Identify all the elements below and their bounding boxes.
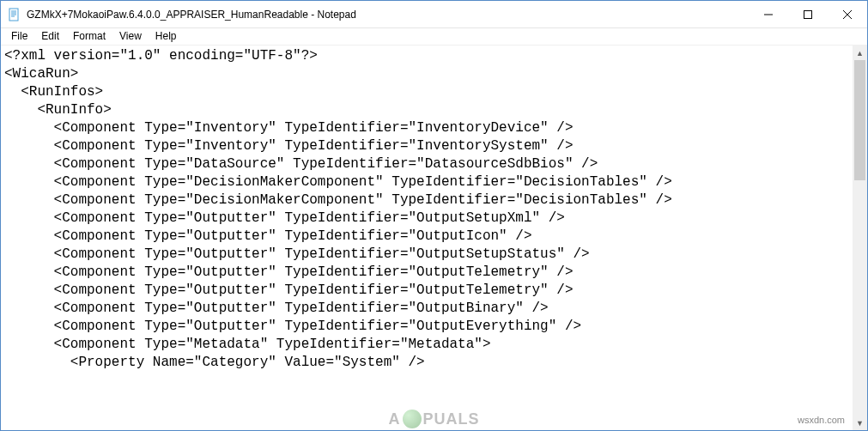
text-editor[interactable]: <?xml version="1.0" encoding="UTF-8"?> <…: [1, 46, 853, 430]
scroll-track[interactable]: [853, 60, 867, 416]
titlebar: GZMkX+7MokaoiPaw.6.4.0.0_APPRAISER_Human…: [1, 1, 867, 28]
close-button[interactable]: [828, 1, 867, 27]
vertical-scrollbar[interactable]: ▲ ▼: [853, 46, 867, 430]
menu-format[interactable]: Format: [66, 29, 112, 43]
menu-view[interactable]: View: [112, 29, 149, 43]
menu-file[interactable]: File: [4, 29, 34, 43]
globe-icon: [402, 410, 421, 428]
maximize-button[interactable]: [788, 1, 828, 27]
watermark-center: A PUALS: [388, 410, 479, 428]
menu-edit[interactable]: Edit: [34, 29, 66, 43]
scroll-thumb[interactable]: [854, 60, 865, 180]
watermark-letters: PUALS: [422, 410, 479, 428]
scroll-down-arrow[interactable]: ▼: [853, 416, 867, 430]
scroll-up-arrow[interactable]: ▲: [853, 46, 867, 60]
editor-container: <?xml version="1.0" encoding="UTF-8"?> <…: [1, 46, 867, 430]
watermark-letter-a: A: [388, 410, 400, 428]
window-title: GZMkX+7MokaoiPaw.6.4.0.0_APPRAISER_Human…: [27, 9, 749, 21]
minimize-button[interactable]: [749, 1, 788, 27]
window-controls: [749, 1, 867, 27]
menubar: File Edit Format View Help: [1, 28, 867, 46]
notepad-icon: [8, 8, 21, 21]
svg-rect-6: [804, 10, 812, 18]
watermark-right: wsxdn.com: [798, 415, 845, 425]
menu-help[interactable]: Help: [149, 29, 184, 43]
